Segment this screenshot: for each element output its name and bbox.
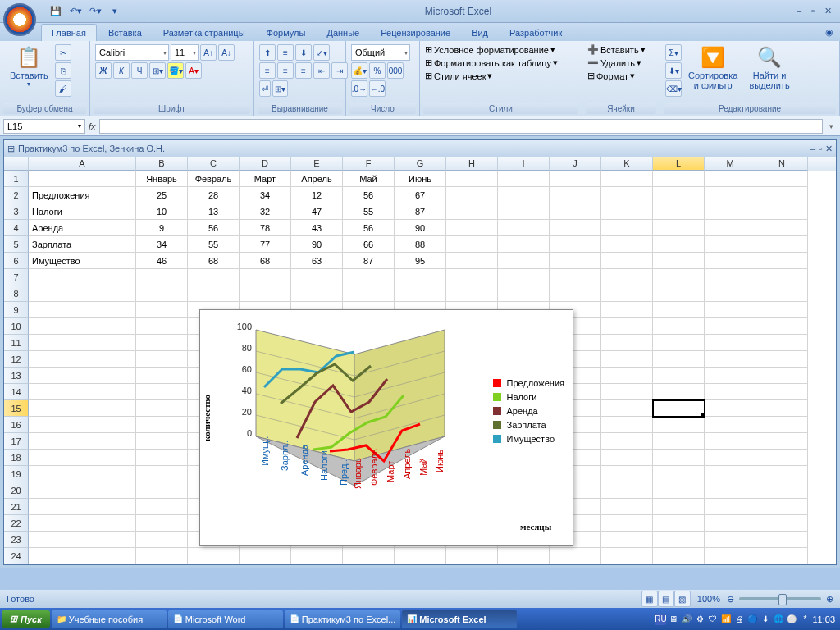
cell-A11[interactable] [29, 335, 136, 351]
cell-B8[interactable] [136, 285, 188, 302]
cell-N9[interactable] [756, 302, 808, 318]
row-header-22[interactable]: 22 [4, 515, 29, 532]
row-header-9[interactable]: 9 [4, 302, 29, 318]
cell-N7[interactable] [756, 269, 808, 285]
cell-M1[interactable] [705, 171, 756, 187]
cell-B3[interactable]: 10 [136, 203, 188, 220]
cell-D24[interactable] [240, 548, 291, 564]
cell-K3[interactable] [601, 203, 653, 220]
cell-N19[interactable] [756, 466, 808, 482]
cell-K13[interactable] [601, 368, 653, 384]
row-header-20[interactable]: 20 [4, 482, 29, 499]
cell-A19[interactable] [29, 466, 136, 482]
col-header-L[interactable]: L [653, 157, 705, 171]
cell-L3[interactable] [653, 203, 705, 220]
insert-cells-button[interactable]: ➕ Вставить ▾ [587, 44, 646, 55]
find-select-button[interactable]: 🔍Найти и выделить [744, 44, 794, 92]
cell-B1[interactable]: Январь [136, 171, 188, 187]
cell-K16[interactable] [601, 417, 653, 433]
cell-G1[interactable]: Июнь [395, 171, 446, 187]
cell-M6[interactable] [705, 253, 756, 269]
cell-J1[interactable] [550, 171, 601, 187]
doc-min-btn[interactable]: – [810, 144, 815, 153]
tray-icon[interactable]: ⬇ [760, 614, 771, 625]
task-excel[interactable]: 📊 Microsoft Excel [402, 610, 517, 628]
cell-L15[interactable] [653, 400, 705, 417]
currency-icon[interactable]: 💰▾ [351, 62, 368, 79]
cell-A16[interactable] [29, 417, 136, 433]
cell-E7[interactable] [291, 269, 343, 285]
row-header-1[interactable]: 1 [4, 171, 29, 187]
qat-more-icon[interactable]: ▾ [107, 3, 123, 20]
cell-I7[interactable] [498, 269, 550, 285]
col-header-M[interactable]: M [705, 157, 756, 171]
row-header-4[interactable]: 4 [4, 220, 29, 236]
cell-K6[interactable] [601, 253, 653, 269]
col-header-F[interactable]: F [343, 157, 395, 171]
cell-B19[interactable] [136, 466, 188, 482]
redo-icon[interactable]: ↷▾ [87, 3, 103, 20]
cell-M10[interactable] [705, 318, 756, 335]
grow-font-icon[interactable]: A↑ [200, 44, 217, 61]
number-format-combo[interactable]: Общий [351, 44, 410, 61]
tab-data[interactable]: Данные [317, 25, 369, 41]
cell-L21[interactable] [653, 499, 705, 515]
cell-G8[interactable] [395, 285, 446, 302]
cell-K22[interactable] [601, 515, 653, 532]
cell-E1[interactable]: Апрель [291, 171, 343, 187]
col-header-E[interactable]: E [291, 157, 343, 171]
restore-btn[interactable]: ▫ [808, 6, 818, 16]
underline-button[interactable]: Ч [131, 62, 148, 79]
dec-decimal-icon[interactable]: ←.0 [369, 80, 386, 97]
cell-D5[interactable]: 77 [240, 236, 291, 253]
row-header-6[interactable]: 6 [4, 253, 29, 269]
cell-A17[interactable] [29, 433, 136, 450]
format-as-table-button[interactable]: ⊞ Форматировать как таблицу ▾ [425, 57, 558, 68]
cell-C7[interactable] [188, 269, 240, 285]
align-bottom-icon[interactable]: ⬇ [295, 44, 312, 61]
format-painter-icon[interactable]: 🖌 [55, 80, 71, 97]
cell-I6[interactable] [498, 253, 550, 269]
clock[interactable]: 11:03 [812, 614, 835, 624]
cell-I5[interactable] [498, 236, 550, 253]
save-icon[interactable]: 💾 [48, 3, 64, 20]
shrink-font-icon[interactable]: A↓ [218, 44, 235, 61]
cell-K2[interactable] [601, 187, 653, 203]
cell-I1[interactable] [498, 171, 550, 187]
col-header-K[interactable]: K [601, 157, 653, 171]
cell-B18[interactable] [136, 450, 188, 466]
cell-L23[interactable] [653, 532, 705, 548]
cell-J7[interactable] [550, 269, 601, 285]
cell-H2[interactable] [446, 187, 498, 203]
cell-K21[interactable] [601, 499, 653, 515]
cell-M5[interactable] [705, 236, 756, 253]
cell-styles-button[interactable]: ⊞ Стили ячеек ▾ [425, 71, 492, 81]
cell-A7[interactable] [29, 269, 136, 285]
cell-C8[interactable] [188, 285, 240, 302]
align-center-icon[interactable]: ≡ [277, 62, 294, 79]
task-word[interactable]: 📄 Microsoft Word [168, 610, 283, 628]
cell-L1[interactable] [653, 171, 705, 187]
col-header-A[interactable]: A [29, 157, 136, 171]
zoom-out-icon[interactable]: ⊖ [727, 594, 734, 605]
cell-K20[interactable] [601, 482, 653, 499]
fill-icon[interactable]: ⬇▾ [665, 62, 682, 79]
autosum-icon[interactable]: Σ▾ [665, 44, 682, 61]
cell-E24[interactable] [291, 548, 343, 564]
task-doc[interactable]: 📄 Практикум3 по Excel... [285, 610, 401, 628]
comma-icon[interactable]: 000 [387, 62, 404, 79]
cell-H24[interactable] [446, 548, 498, 564]
fill-color-button[interactable]: 🪣▾ [167, 62, 184, 79]
cell-A5[interactable]: Зарплата [29, 236, 136, 253]
cell-C6[interactable]: 68 [188, 253, 240, 269]
row-header-16[interactable]: 16 [4, 417, 29, 433]
cell-A23[interactable] [29, 532, 136, 548]
cell-F4[interactable]: 56 [343, 220, 395, 236]
cell-B11[interactable] [136, 335, 188, 351]
cell-J8[interactable] [550, 285, 601, 302]
cell-M21[interactable] [705, 499, 756, 515]
cell-K8[interactable] [601, 285, 653, 302]
cell-N3[interactable] [756, 203, 808, 220]
cell-E8[interactable] [291, 285, 343, 302]
tray-icon[interactable]: 🛡 [707, 614, 719, 625]
